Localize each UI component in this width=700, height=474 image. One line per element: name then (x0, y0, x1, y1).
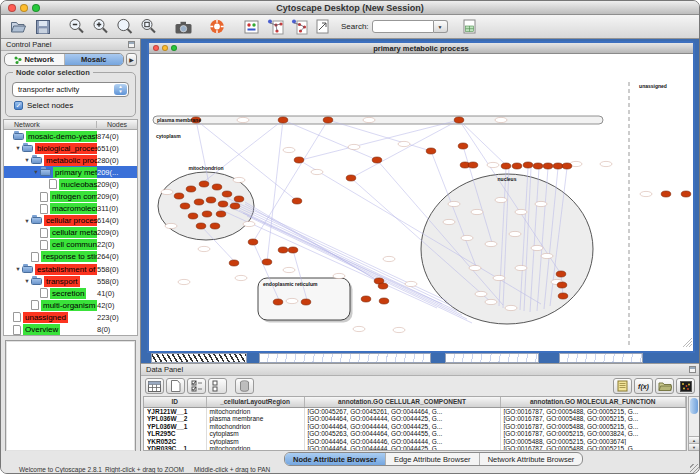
network-node-selected[interactable] (523, 162, 533, 168)
network-node[interactable] (515, 209, 527, 214)
network-node-selected[interactable] (186, 186, 196, 192)
create-attribute-button[interactable] (166, 378, 185, 394)
network-node[interactable] (237, 117, 249, 122)
network-node[interactable] (405, 281, 417, 286)
network-node[interactable] (471, 209, 483, 214)
network-node-selected[interactable] (361, 296, 371, 302)
column-header[interactable]: annotation.GO MOLECULAR_FUNCTION (500, 397, 686, 407)
network-window[interactable]: primary metabolic process plasma membran… (147, 41, 695, 353)
select-attributes-button[interactable] (187, 378, 206, 394)
network-node-selected[interactable] (199, 181, 209, 187)
background-window-fragment[interactable] (445, 353, 539, 363)
network-node-selected[interactable] (458, 143, 468, 149)
attribute-table[interactable]: ID_cellularLayoutRegionannotation.GO CEL… (143, 396, 687, 451)
network-canvas[interactable]: plasma membranecytoplasmmitochondrionnuc… (149, 54, 693, 351)
tree-row[interactable]: ▼transport558(0) (4, 275, 137, 287)
network-node-selected[interactable] (557, 282, 567, 288)
network-node-selected[interactable] (174, 193, 184, 199)
network-node-selected[interactable] (202, 211, 212, 217)
network-node-selected[interactable] (562, 163, 572, 169)
network-node[interactable] (353, 326, 365, 331)
network-node-selected[interactable] (501, 163, 511, 169)
zoom-in-button[interactable] (89, 16, 113, 37)
open-session-button[interactable] (7, 16, 31, 37)
annotations-button[interactable] (239, 16, 263, 37)
network-node-selected[interactable] (543, 163, 553, 169)
search-dropdown-button[interactable]: ▼ (434, 20, 448, 33)
network-node-selected[interactable] (206, 197, 216, 203)
network-node[interactable] (178, 279, 190, 284)
tree-row[interactable]: mosaic-demo-yeast874(0) (4, 130, 137, 142)
expand-arrow-icon[interactable]: ▼ (23, 278, 31, 284)
attribute-notes-button[interactable] (613, 378, 632, 394)
network-node[interactable] (495, 197, 507, 202)
network-node-selected[interactable] (248, 239, 258, 245)
network-edge[interactable] (459, 120, 507, 166)
tree-row[interactable]: cellular metabo209(0) (4, 227, 137, 239)
tree-row[interactable]: nitrogen compo209(0) (4, 190, 137, 202)
network-node-selected[interactable] (681, 191, 691, 197)
scroll-down-button[interactable]: ▼ (689, 443, 699, 450)
network-window-titlebar[interactable]: primary metabolic process (149, 43, 693, 54)
network-node-selected[interactable] (558, 293, 568, 299)
browser-tab[interactable]: Edge Attribute Browser (385, 453, 479, 465)
column-header[interactable]: _cellularLayoutRegion (206, 397, 304, 407)
network-node[interactable] (640, 191, 652, 196)
zoom-selected-button[interactable] (137, 16, 161, 37)
table-scrollbar[interactable]: ▲ ▼ (688, 396, 700, 451)
save-session-button[interactable] (31, 16, 55, 37)
network-node-selected[interactable] (553, 163, 563, 169)
tree-row[interactable]: secretion41(0) (4, 287, 137, 299)
import-network-button[interactable] (311, 16, 335, 37)
scrollbar-thumb[interactable] (690, 398, 698, 414)
delete-attribute-button[interactable] (235, 378, 254, 394)
color-attribute-select[interactable]: transporter activity ▲▼ (12, 82, 129, 97)
network-edge[interactable] (283, 120, 377, 160)
network-node-selected[interactable] (454, 117, 464, 123)
network-node[interactable] (475, 291, 487, 296)
float-data-panel-icon[interactable] (689, 366, 696, 373)
network-node-selected[interactable] (533, 163, 543, 169)
table-row[interactable]: YKR052Ccytoplasm[GO:0044464, GO:0044446,… (144, 438, 686, 446)
tree-row[interactable]: ▼cellular process614(0) (4, 215, 137, 227)
network-node[interactable] (165, 223, 177, 228)
search-input[interactable] (372, 20, 434, 33)
help-button[interactable] (205, 16, 229, 37)
network-edge[interactable] (267, 120, 283, 262)
network-node-selected[interactable] (210, 223, 220, 229)
table-row[interactable]: YJR121W__1mitochondrion[GO:0045267, GO:0… (144, 407, 686, 415)
network-node-selected[interactable] (661, 191, 671, 197)
tree-row[interactable]: ▼establishment of lo558(0) (4, 263, 137, 275)
tree-row[interactable]: ▼biological_process651(0) (4, 142, 137, 154)
network-node[interactable] (393, 327, 405, 332)
network-node-selected[interactable] (323, 117, 333, 123)
network-node[interactable] (383, 256, 395, 261)
expand-arrow-icon[interactable]: ▼ (32, 169, 40, 175)
tree-row[interactable]: nucleobase-209(0) (4, 178, 137, 190)
resize-grip[interactable] (690, 464, 699, 473)
network-node-selected[interactable] (262, 259, 272, 265)
background-window-fragment[interactable] (151, 353, 247, 363)
minimize-button[interactable] (20, 4, 28, 12)
table-row[interactable]: YPL036W__1mitochondrion[GO:0044464, GO:0… (144, 423, 686, 431)
attribute-table-button[interactable] (145, 378, 164, 394)
network-node-selected[interactable] (273, 299, 283, 305)
birds-eye-view[interactable] (5, 340, 136, 452)
network-node[interactable] (286, 298, 298, 303)
network-node-selected[interactable] (194, 199, 204, 205)
network-node[interactable] (448, 201, 460, 206)
import-attribute-file-button[interactable] (655, 378, 674, 394)
network-edge[interactable] (245, 202, 385, 285)
network-node[interactable] (233, 177, 245, 182)
network-node[interactable] (485, 241, 497, 246)
zoom-to-fit-button[interactable] (113, 16, 137, 37)
network-node[interactable] (461, 235, 473, 240)
expand-arrow-icon[interactable]: ▼ (14, 145, 22, 151)
network-node-selected[interactable] (234, 196, 244, 202)
network-node-selected[interactable] (216, 211, 226, 217)
network-node[interactable] (283, 147, 295, 152)
network-canvas-svg[interactable]: plasma membranecytoplasmmitochondrionnuc… (149, 54, 693, 351)
network-node[interactable] (283, 267, 295, 272)
apply-layout-button[interactable] (263, 16, 287, 37)
network-node[interactable] (161, 189, 173, 194)
